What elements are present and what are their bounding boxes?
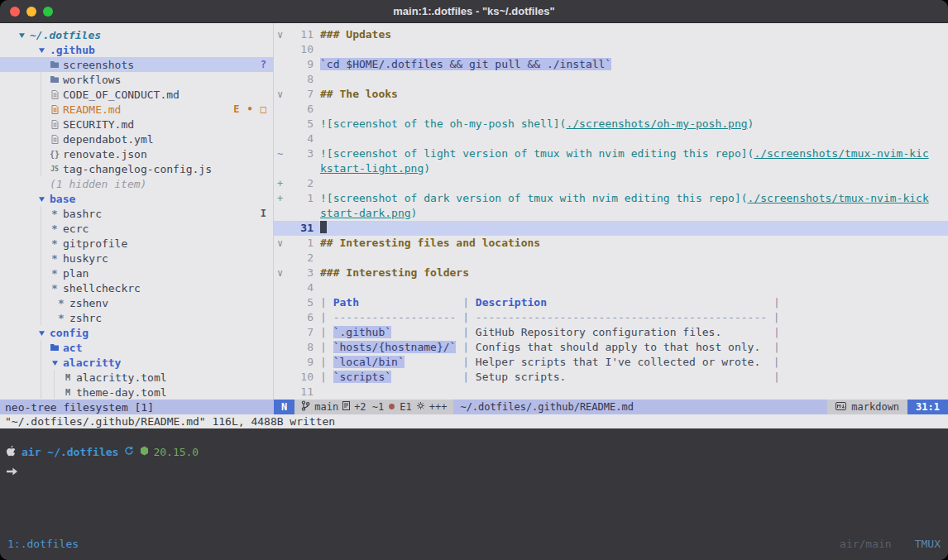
line-text: start-dark.png) [314,206,417,221]
tree-item[interactable]: SECURITY.md [0,117,273,132]
editor-line[interactable]: 10 [274,42,948,57]
editor-line[interactable]: 8| `hosts/{hostname}/` | Configs that sh… [274,340,948,355]
syntax-lk: ![screenshot of dark version of tmux wit… [320,192,748,204]
syntax-lku: ./screenshots/tmux-nvim-kic [754,147,928,160]
js-icon: JS [48,165,61,173]
tree-item[interactable]: *huskyrc [0,251,273,266]
tree-item-label: ecrc [63,223,89,235]
neotree-sidebar: ~/.dotfiles.githubscreenshots?workflowsC… [0,23,274,400]
tree-item[interactable]: JStag-changelog-config.js [0,161,273,176]
line-text [314,42,320,57]
editor-line[interactable]: 6 [274,102,948,117]
line-number: 31 [295,221,314,236]
syntax-tp: | [320,296,333,309]
editor-cursor-line[interactable]: 31 [274,221,948,236]
tree-item[interactable]: *zshenv [0,295,273,310]
status-badge: □ [261,103,266,115]
line-text [314,280,320,295]
editor-line[interactable]: 8 [274,72,948,87]
editor-line[interactable]: ∨1## Interesting files and locations [274,236,948,251]
tree-item[interactable]: Malacritty.toml [0,370,273,385]
tree-item[interactable]: screenshots? [0,57,273,72]
editor-line[interactable]: ∨7## The looks [274,87,948,102]
tree-item[interactable]: CODE_OF_CONDUCT.md [0,87,273,102]
syntax-tp: | [391,326,476,338]
tree-item[interactable]: act [0,340,273,355]
editor-line[interactable]: 11 [274,385,948,400]
tree-item[interactable]: *gitprofile [0,236,273,251]
editor-statusline: N main +2 ~1 E1 +++ ~/.dotfiles/.github/… [274,400,948,414]
tree-item[interactable]: *zshrc [0,310,273,325]
tree-item[interactable]: Mtheme-day.toml [0,385,273,400]
gutter-space [274,385,295,400]
editor-line[interactable]: +2 [274,176,948,191]
cursor-block [320,221,327,233]
tree-item[interactable]: alacritty [0,355,273,370]
editor-line[interactable]: 4 [274,132,948,146]
filetype-label: markdown [851,401,899,413]
tree-item-label: alacritty.toml [76,371,167,384]
zoom-button[interactable] [43,7,53,17]
tree-item[interactable]: (1 hidden item) [0,176,273,191]
syntax-lk: ) [424,162,430,175]
tree-item[interactable]: *plan [0,266,273,280]
gutter-space [274,206,295,221]
folder-icon [48,343,61,352]
editor-line[interactable]: ∨11### Updates [274,27,948,42]
editor-line[interactable]: 5![screenshot of the oh-my-posh shell](.… [274,117,948,132]
tree-item[interactable]: *shellcheckrc [0,280,273,295]
syntax-h: ## Interesting files and locations [320,237,540,249]
gutter-space [274,370,295,385]
tree-item-label: screenshots [63,59,134,71]
editor-line[interactable]: 9`cd $HOME/.dotfiles && git pull && ./in… [274,57,948,72]
tree-item[interactable]: *bashrcI [0,206,273,221]
expander-icon [35,46,48,54]
tree-item[interactable]: *ecrc [0,221,273,236]
tree-item-label: alacritty [63,357,121,369]
tree-item[interactable]: .github [0,42,273,57]
json-icon: {} [48,150,61,159]
editor-line[interactable]: start-dark.png) [274,206,948,221]
tree-item[interactable]: base [0,191,273,206]
line-number: 10 [295,42,314,57]
editor-line[interactable]: 6| ------------------- | ---------------… [274,310,948,325]
tree-item[interactable]: config [0,325,273,340]
syntax-tp: | [760,356,779,368]
editor-line[interactable]: +1![screenshot of dark version of tmux w… [274,191,948,206]
toml-icon: M [61,388,74,397]
gutter-space [274,161,295,176]
editor-line[interactable]: 2 [274,251,948,266]
gutter-space [274,117,295,132]
close-button[interactable] [10,7,20,17]
gutter-space [274,295,295,310]
file-icon [48,135,61,144]
line-text [314,221,327,236]
tree-item[interactable]: ~/.dotfiles [0,27,273,42]
tree-item[interactable]: README.mdE•□ [0,102,273,117]
syntax-lk: ) [748,117,754,130]
editor-line[interactable]: 10| `scripts` | Setup scripts. | [274,370,948,385]
editor-line[interactable]: ~3![screenshot of light version of tmux … [274,146,948,161]
editor-line[interactable]: 5| Path | Description | [274,295,948,310]
gutter-space [274,310,295,325]
editor-line[interactable]: ∨3### Interesting folders [274,266,948,280]
syntax-tx: Setup scripts. [476,371,567,383]
minimize-button[interactable] [26,7,36,17]
shell-input-line[interactable] [0,464,948,479]
prompt-user-path: air ~/.dotfiles [22,446,118,458]
tree-item[interactable]: workflows [0,72,273,87]
editor-line[interactable]: kstart-light.png) [274,161,948,176]
line-number: 3 [295,266,314,280]
editor-line[interactable]: 9| `local/bin` | Helper scripts that I'v… [274,355,948,370]
tree-item[interactable]: {}renovate.json [0,146,273,161]
tmux-window-name[interactable]: 1:.dotfiles [7,538,79,550]
syntax-lku: kstart-light.png [320,162,424,175]
editor-line[interactable]: 7| `.github` | GitHub Repository configu… [274,325,948,340]
line-number: 6 [295,102,314,117]
syntax-lk: ) [411,207,418,219]
tree-item-label: .github [50,44,95,56]
command-message: "~/.dotfiles/.github/README.md" 116L, 44… [0,414,948,428]
tree-item[interactable]: dependabot.yml [0,132,273,146]
editor-line[interactable]: 4 [274,280,948,295]
statusline-filepath: ~/.dotfiles/.github/README.md [453,400,827,414]
